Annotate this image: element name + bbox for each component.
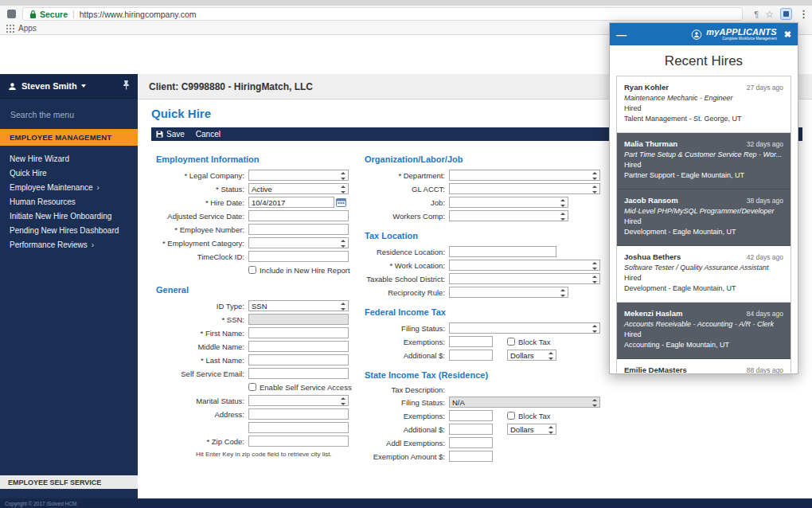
select-stepper-icon <box>339 303 346 311</box>
sidebar-item-new-hire-wizard[interactable]: New Hire Wizard <box>0 151 138 166</box>
hire-time: 42 days ago <box>747 252 783 263</box>
close-icon[interactable]: ✖ <box>784 29 791 40</box>
apps-label[interactable]: Apps <box>18 24 37 33</box>
hire-date-label: * Hire Date: <box>151 198 248 207</box>
sidebar-item-performance-reviews[interactable]: Performance Reviews› <box>0 237 138 252</box>
select-stepper-icon <box>339 240 346 248</box>
id-type-select[interactable]: SSN <box>248 300 349 311</box>
workers-comp-label: Workers Comp: <box>360 212 449 221</box>
employment-category-select[interactable] <box>248 237 349 248</box>
reciprocity-rule-select[interactable] <box>449 287 568 298</box>
sidebar-item-employee-maintenance[interactable]: Employee Maintenance› <box>0 180 138 194</box>
marital-status-select[interactable] <box>248 395 349 406</box>
first-name-input[interactable] <box>248 327 349 338</box>
sidebar-section-employee-management[interactable]: EMPLOYEE MANAGEMENT <box>0 129 138 146</box>
zip-code-input[interactable] <box>248 436 349 447</box>
workers-comp-select[interactable] <box>449 210 568 221</box>
adjusted-service-date-input[interactable] <box>248 210 349 221</box>
hire-list-item[interactable]: Malia Thurman32 days ago Part Time Setup… <box>617 133 791 190</box>
exemption-amount-input[interactable] <box>449 451 493 462</box>
gl-acct-select[interactable] <box>449 183 600 194</box>
federal-filing-status-select[interactable] <box>449 322 600 334</box>
address-divider: | <box>72 10 75 18</box>
include-new-hire-report-checkbox[interactable] <box>248 266 256 274</box>
federal-dollars-select[interactable]: Dollars <box>507 350 556 361</box>
state-additional-input[interactable] <box>449 424 493 435</box>
secure-label: Secure <box>40 10 68 19</box>
select-stepper-icon <box>559 289 566 297</box>
hire-list-item[interactable]: Joshua Bethers42 days ago Software Teste… <box>617 246 791 303</box>
hire-list-item[interactable]: Mekenzi Haslam84 days ago Accounts Recei… <box>617 303 791 359</box>
last-name-input[interactable] <box>248 354 349 365</box>
enable-self-service-checkbox[interactable] <box>248 383 256 391</box>
job-select[interactable] <box>449 197 568 208</box>
hire-name: Ryan Kohler <box>624 82 669 92</box>
myapplicants-popup: — myAPPLICANTS Complete Workforce Manage… <box>609 22 798 374</box>
sidebar-item-quick-hire[interactable]: Quick Hire <box>0 166 138 180</box>
address2-input[interactable] <box>248 422 349 433</box>
section-title-state-income-tax: State Income Tax (Residence) <box>365 370 615 380</box>
department-label: * Department: <box>360 171 449 180</box>
state-exemptions-input[interactable] <box>449 410 493 421</box>
select-stepper-icon <box>559 213 566 221</box>
state-filing-status-select: N/A <box>449 397 600 408</box>
hire-time: 84 days ago <box>747 309 783 319</box>
status-select[interactable]: Active <box>248 183 349 194</box>
address-bar[interactable]: Secure | https://www.hiringcompany.com <box>22 7 743 21</box>
taxable-school-district-select[interactable] <box>449 273 600 284</box>
sidebar-item-initiate-new-hire-onboarding[interactable]: Initiate New Hire Onboarding <box>0 209 138 223</box>
url-text[interactable]: https://www.hiringcompany.com <box>80 10 197 19</box>
legal-company-select[interactable] <box>248 170 349 181</box>
page-action-icon[interactable]: ¶ <box>754 10 759 19</box>
minimize-button[interactable]: — <box>616 29 627 40</box>
state-dollars-select[interactable]: Dollars <box>507 424 556 435</box>
hire-date-input[interactable] <box>248 197 334 208</box>
federal-additional-input[interactable] <box>449 350 493 361</box>
work-location-select[interactable] <box>449 260 600 271</box>
select-stepper-icon <box>339 397 346 405</box>
save-button[interactable]: Save <box>156 130 185 139</box>
myapplicants-extension-icon[interactable] <box>780 8 792 20</box>
form-right-column: Organization/Labor/Job * Department: GL … <box>360 154 615 464</box>
apps-grid-icon[interactable] <box>6 25 14 33</box>
cancel-button[interactable]: Cancel <box>196 130 221 139</box>
form-left-column: Employment Information * Legal Company: … <box>151 154 357 458</box>
pin-icon[interactable] <box>123 79 130 93</box>
hire-location: Development - Eagle Mountain, UT <box>624 283 783 294</box>
federal-block-tax-checkbox[interactable] <box>507 338 515 346</box>
sidebar-item-human-resources[interactable]: Human Resources <box>0 194 138 209</box>
hire-list-item[interactable]: Jacob Ransom38 days ago Mid-Level PHP/My… <box>617 190 791 246</box>
hire-list-item[interactable]: Emilie DeMasters88 days ago <box>617 359 791 374</box>
self-service-email-input[interactable] <box>248 368 349 379</box>
calendar-icon[interactable] <box>336 197 346 207</box>
residence-location-input[interactable] <box>449 246 556 257</box>
hire-list-item[interactable]: Ryan Kohler27 days ago Maintenance Mecha… <box>617 76 791 133</box>
sidebar-section-employee-self-service[interactable]: EMPLOYEE SELF SERVICE <box>0 475 138 489</box>
federal-block-tax-label: Block Tax <box>518 338 550 346</box>
state-exemptions-label: Exemptions: <box>360 412 449 420</box>
chevron-right-icon: › <box>92 240 94 249</box>
page-title: Quick Hire <box>151 107 211 120</box>
hire-time: 88 days ago <box>747 365 783 374</box>
addl-exemptions-input[interactable] <box>449 437 493 448</box>
federal-exemptions-input[interactable] <box>449 336 493 347</box>
exemption-amount-label: Exemption Amount $: <box>360 452 449 461</box>
middle-name-input[interactable] <box>248 341 349 352</box>
department-select[interactable] <box>449 170 600 181</box>
sidebar-item-pending-new-hires-dashboard[interactable]: Pending New Hires Dashboard <box>0 223 138 237</box>
menu-search[interactable]: Search the menu <box>0 99 138 129</box>
state-filing-status-label: Filing Status: <box>360 398 449 407</box>
sidebar: Steven Smith Search the menu EMPLOYEE MA… <box>0 74 138 508</box>
timeclock-id-input[interactable] <box>248 251 349 262</box>
chevron-right-icon: › <box>97 183 100 192</box>
user-menu[interactable]: Steven Smith <box>0 74 138 99</box>
hire-name: Malia Thurman <box>624 139 677 149</box>
browser-menu-icon[interactable]: ⋮ <box>798 8 809 20</box>
bookmark-star-icon[interactable]: ☆ <box>765 9 774 20</box>
employee-number-input[interactable] <box>248 224 349 235</box>
hire-time: 38 days ago <box>747 196 783 206</box>
select-stepper-icon <box>339 172 346 180</box>
select-stepper-icon <box>547 352 554 360</box>
state-block-tax-checkbox[interactable] <box>507 412 515 420</box>
address-input[interactable] <box>248 408 349 420</box>
